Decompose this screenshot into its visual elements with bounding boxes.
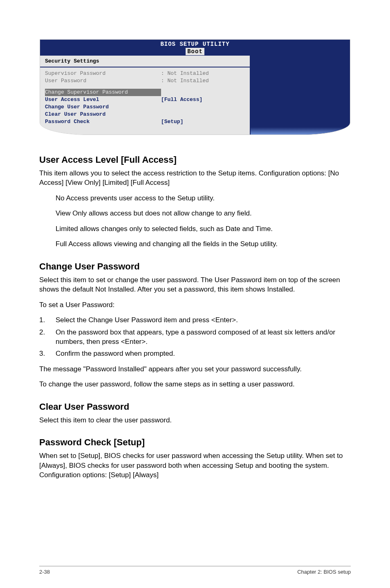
paragraph: Select this item to clear the user passw… — [39, 415, 351, 425]
paragraph: This item allows you to select the acces… — [39, 168, 351, 188]
bios-value: [Full Access] — [161, 96, 245, 103]
bios-tab-boot[interactable]: Boot — [186, 48, 204, 55]
heading-change-user-password: Change User Password — [39, 261, 351, 272]
bios-row-supervisor-pw: Supervisor Password : Not Installed — [45, 70, 245, 77]
indented-paragraph: No Access prevents user access to the Se… — [56, 193, 351, 203]
bios-value: : Not Installed — [161, 70, 245, 77]
list-text: Confirm the password when prompted. — [56, 349, 351, 358]
bios-value-empty — [161, 103, 245, 111]
spacer — [45, 85, 245, 89]
page-footer: 2-38 Chapter 2: BIOS setup — [39, 566, 351, 575]
bios-section-header: Security Settings — [40, 56, 250, 67]
bios-right-pane — [251, 56, 350, 135]
indented-paragraph: View Only allows access but does not all… — [56, 209, 351, 218]
bios-row-password-check[interactable]: Password Check [Setup] — [45, 118, 245, 126]
list-number: 1. — [39, 315, 56, 325]
bios-value-empty — [161, 111, 245, 118]
indented-paragraph: Limited allows changes only to selected … — [56, 224, 351, 233]
bios-label: Password Check — [45, 118, 161, 126]
bios-left-pane: Security Settings Supervisor Password : … — [40, 56, 251, 135]
bios-title: BIOS SETUP UTILITY — [160, 41, 229, 47]
bios-row-clear-user-pw[interactable]: Clear User Password — [45, 111, 245, 118]
bios-label: User Access Level — [45, 96, 161, 103]
bios-label: Clear User Password — [45, 111, 161, 118]
list-text: Select the Change User Password item and… — [56, 315, 351, 325]
paragraph: When set to [Setup], BIOS checks for use… — [39, 451, 351, 480]
bios-label: User Password — [45, 77, 161, 85]
bios-panel: BIOS SETUP UTILITY Boot Security Setting… — [40, 39, 350, 135]
heading-password-check: Password Check [Setup] — [39, 437, 351, 448]
bios-label: Supervisor Password — [45, 70, 161, 77]
list-item: 3.Confirm the password when prompted. — [39, 349, 351, 358]
paragraph: The message "Password Installed" appears… — [39, 364, 351, 374]
bios-body: Security Settings Supervisor Password : … — [40, 56, 350, 135]
list-item: 1.Select the Change User Password item a… — [39, 315, 351, 325]
list-number: 3. — [39, 349, 56, 358]
paragraph: To set a User Password: — [39, 300, 351, 310]
bios-titlebar: BIOS SETUP UTILITY Boot — [40, 40, 350, 56]
bios-row-user-access-level[interactable]: User Access Level [Full Access] — [45, 96, 245, 103]
bios-label: Change User Password — [45, 103, 161, 111]
paragraph: To change the user password, follow the … — [39, 379, 351, 389]
list-number: 2. — [39, 328, 56, 347]
list-text: On the password box that appears, type a… — [56, 328, 351, 347]
bios-value: [Setup] — [161, 118, 245, 126]
bios-item-highlighted: Change Supervisor Password — [45, 89, 161, 96]
chapter-label: Chapter 2: BIOS setup — [297, 569, 351, 575]
bios-value: : Not Installed — [161, 77, 245, 85]
indented-paragraph: Full Access allows viewing and changing … — [56, 239, 351, 249]
bios-row-change-supervisor[interactable]: Change Supervisor Password — [45, 89, 245, 96]
ordered-list: 1.Select the Change User Password item a… — [39, 315, 351, 359]
heading-clear-user-password: Clear User Password — [39, 402, 351, 412]
list-item: 2.On the password box that appears, type… — [39, 328, 351, 347]
bios-value-empty — [161, 89, 245, 96]
bios-row-user-pw: User Password : Not Installed — [45, 77, 245, 85]
paragraph: Select this item to set or change the us… — [39, 275, 351, 294]
heading-user-access-level: User Access Level [Full Access] — [39, 155, 351, 165]
page-number: 2-38 — [39, 569, 50, 575]
bios-section-content: Supervisor Password : Not Installed User… — [40, 67, 250, 135]
bios-row-change-user-pw[interactable]: Change User Password — [45, 103, 245, 111]
